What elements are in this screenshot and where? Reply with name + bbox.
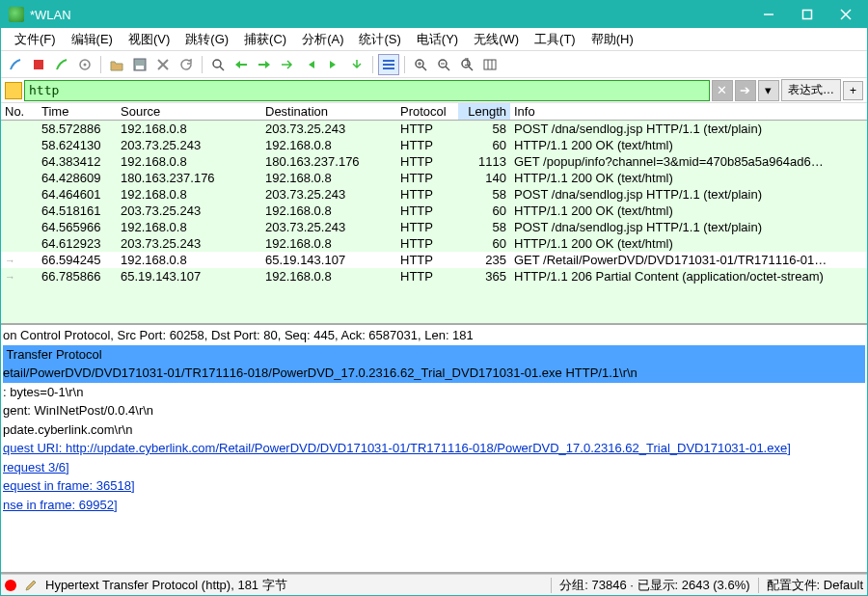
find-button[interactable] — [207, 54, 229, 75]
toolbar: 1 — [1, 51, 867, 78]
packet-row[interactable]: 64.518161203.73.25.243192.168.0.8HTTP60H… — [1, 203, 867, 219]
expert-info-icon[interactable] — [5, 580, 16, 591]
menu-item[interactable]: 编辑(E) — [64, 29, 121, 50]
status-packets: 分组: 73846 · 已显示: 2643 (3.6%) — [559, 577, 749, 594]
detail-line[interactable]: nse in frame: 69952] — [3, 496, 865, 515]
col-source[interactable]: Source — [117, 103, 261, 120]
filter-bar: ✕ ➔ ▾ 表达式… + — [1, 78, 867, 103]
detail-line: gent: WinINetPost/0.0.4\r\n — [3, 401, 865, 420]
menu-item[interactable]: 无线(W) — [466, 29, 527, 50]
menu-item[interactable]: 帮助(H) — [583, 29, 641, 50]
packet-row[interactable]: 64.565966192.168.0.8203.73.25.243HTTP58P… — [1, 219, 867, 235]
capture-options-button[interactable] — [74, 54, 95, 75]
zoom-normal-button[interactable]: 1 — [456, 54, 477, 75]
col-info[interactable]: Info — [510, 103, 867, 120]
packet-list[interactable]: No. Time Source Destination Protocol Len… — [1, 103, 867, 325]
detail-line[interactable]: quest URI: http://update.cyberlink.com/R… — [3, 439, 865, 458]
app-icon — [9, 7, 24, 22]
clear-filter-button[interactable]: ✕ — [712, 80, 733, 101]
add-filter-button[interactable]: + — [843, 81, 863, 100]
packet-row[interactable]: →66.78586665.19.143.107192.168.0.8HTTP36… — [1, 268, 867, 284]
status-bar: Hypertext Transfer Protocol (http), 181 … — [1, 574, 867, 595]
col-protocol[interactable]: Protocol — [396, 103, 458, 120]
detail-line: on Control Protocol, Src Port: 60258, Ds… — [3, 326, 865, 345]
window-title: *WLAN — [30, 8, 749, 22]
zoom-in-button[interactable] — [410, 54, 431, 75]
stop-capture-button[interactable] — [28, 54, 49, 75]
menubar: 文件(F)编辑(E)视图(V)跳转(G)捕获(C)分析(A)统计(S)电话(Y)… — [1, 28, 867, 51]
resize-columns-button[interactable] — [479, 54, 501, 75]
apply-filter-button[interactable]: ➔ — [735, 80, 756, 101]
packet-row[interactable]: 58.572886192.168.0.8203.73.25.243HTTP58P… — [1, 121, 867, 137]
maximize-button[interactable] — [788, 1, 827, 28]
bookmark-icon[interactable] — [5, 82, 22, 99]
close-button[interactable] — [827, 1, 865, 28]
menu-item[interactable]: 统计(S) — [351, 29, 408, 50]
close-file-button[interactable] — [152, 54, 174, 75]
svg-rect-4 — [34, 60, 43, 69]
svg-line-19 — [422, 67, 426, 70]
packet-row[interactable]: 64.428609180.163.237.176192.168.0.8HTTP1… — [1, 170, 867, 186]
col-length[interactable]: Length — [458, 103, 510, 120]
svg-line-22 — [446, 67, 449, 70]
display-filter-input[interactable] — [24, 80, 710, 101]
menu-item[interactable]: 视图(V) — [121, 29, 177, 50]
detail-line[interactable]: request 3/6] — [3, 458, 865, 477]
filter-history-button[interactable]: ▾ — [758, 80, 779, 101]
minimize-button[interactable] — [749, 1, 788, 28]
go-last-button[interactable] — [323, 54, 344, 75]
detail-line: Transfer Protocol — [3, 345, 865, 365]
restart-capture-button[interactable] — [51, 54, 72, 75]
edit-icon[interactable] — [24, 579, 38, 592]
auto-scroll-button[interactable] — [346, 54, 367, 75]
packet-row[interactable]: →66.594245192.168.0.865.19.143.107HTTP23… — [1, 252, 867, 268]
packet-row[interactable]: 64.464601192.168.0.8203.73.25.243HTTP58P… — [1, 186, 867, 203]
detail-line[interactable]: equest in frame: 36518] — [3, 476, 865, 496]
menu-item[interactable]: 工具(T) — [527, 29, 583, 50]
open-file-button[interactable] — [106, 54, 127, 75]
go-forward-button[interactable] — [254, 54, 275, 75]
packet-list-header[interactable]: No. Time Source Destination Protocol Len… — [1, 103, 867, 121]
svg-line-12 — [220, 67, 224, 70]
go-back-button[interactable] — [231, 54, 252, 75]
colorize-button[interactable] — [378, 54, 399, 75]
detail-line: pdate.cyberlink.com\r\n — [3, 420, 865, 440]
svg-rect-1 — [803, 11, 812, 19]
packet-row[interactable]: 58.624130203.73.25.243192.168.0.8HTTP60H… — [1, 137, 867, 153]
svg-point-11 — [213, 60, 221, 68]
svg-rect-26 — [484, 60, 496, 69]
menu-item[interactable]: 文件(F) — [7, 29, 64, 50]
expression-button[interactable]: 表达式… — [781, 79, 841, 101]
packet-row[interactable]: 64.612923203.73.25.243192.168.0.8HTTP60H… — [1, 235, 867, 252]
titlebar: *WLAN — [1, 1, 867, 28]
svg-point-6 — [84, 63, 87, 66]
col-destination[interactable]: Destination — [261, 103, 396, 120]
go-first-button[interactable] — [300, 54, 321, 75]
status-profile[interactable]: 配置文件: Default — [767, 577, 863, 594]
reload-button[interactable] — [176, 54, 197, 75]
svg-rect-8 — [136, 66, 144, 69]
menu-item[interactable]: 跳转(G) — [177, 29, 236, 50]
packet-row[interactable]: 64.383412192.168.0.8180.163.237.176HTTP1… — [1, 153, 867, 170]
menu-item[interactable]: 电话(Y) — [409, 29, 466, 50]
detail-line: : bytes=0-1\r\n — [3, 383, 865, 402]
save-file-button[interactable] — [129, 54, 150, 75]
menu-item[interactable]: 分析(A) — [294, 29, 351, 50]
menu-item[interactable]: 捕获(C) — [236, 29, 294, 50]
zoom-out-button[interactable] — [433, 54, 454, 75]
packet-details[interactable]: on Control Protocol, Src Port: 60258, Ds… — [1, 325, 867, 574]
detail-line: etail/PowerDVD/DVD171031-01/TR171116-018… — [3, 364, 865, 383]
col-no[interactable]: No. — [1, 103, 38, 120]
status-proto: Hypertext Transfer Protocol (http), 181 … — [45, 577, 543, 594]
col-time[interactable]: Time — [38, 103, 117, 120]
go-to-packet-button[interactable] — [277, 54, 298, 75]
start-capture-button[interactable] — [5, 54, 26, 75]
